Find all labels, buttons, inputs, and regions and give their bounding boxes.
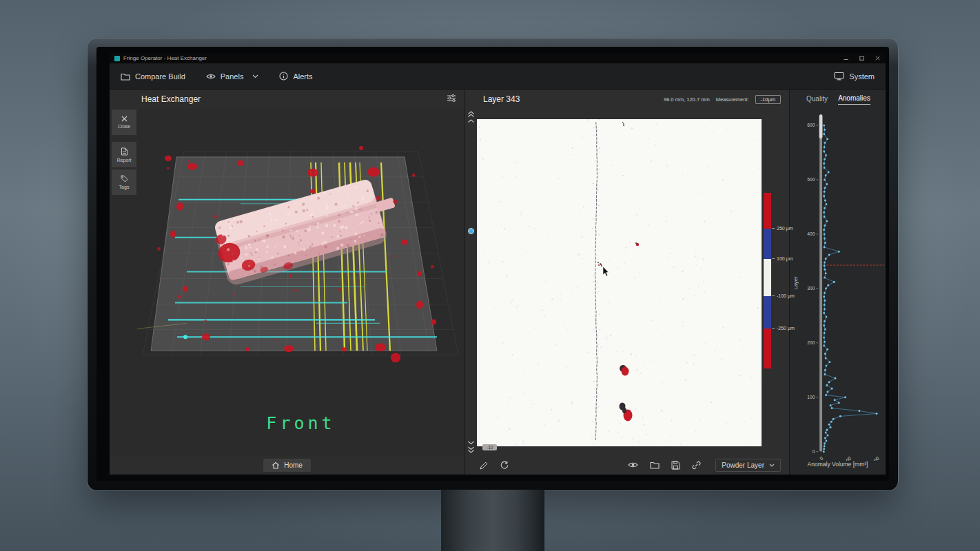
svg-text:500: 500 [807,177,815,182]
measurement-label: Measurement: [716,96,749,103]
minimize-button[interactable] [842,55,849,61]
layer-image-canvas [477,119,762,446]
deviation-scale: 250 μm 100 μm -100 μm -250 μm [764,193,789,368]
svg-text:Layer: Layer [793,276,799,290]
monitor-stand [441,490,544,551]
layer-image[interactable]: -10 [477,119,762,446]
analysis-panel: Quality Anomalies Layer01002003004005006… [790,90,886,475]
reset-view-button[interactable] [500,461,509,470]
build-viewport-area: Close Report Tags [110,109,465,455]
layer-type-dropdown[interactable]: Powder Layer [715,459,781,472]
deviation-colorbar [764,193,771,368]
visibility-button[interactable] [628,461,638,469]
link-button[interactable] [692,461,701,470]
report-label: Report [116,158,131,163]
scroll-bottom-button[interactable] [467,446,475,453]
app-icon [114,56,120,61]
tag-icon [121,175,128,183]
content-area: Heat Exchanger Close [110,90,886,475]
chevron-down-icon [769,464,775,467]
chevron-down-icon[interactable] [252,74,258,79]
report-button[interactable]: Report [112,142,136,167]
report-icon [121,147,128,156]
main-toolbar: Compare Build Panels Alerts System [110,63,886,90]
scale-label-250: 250 μm [777,226,793,231]
save-button[interactable] [671,461,680,470]
build-panel: Heat Exchanger Close [110,90,465,475]
alerts-label: Alerts [293,72,312,81]
build-3d-viewport[interactable]: Front [137,109,465,455]
anomaly-chart: Layer01002003004005006000100200 [790,107,886,461]
close-window-button[interactable] [874,55,881,61]
layer-scroll-column [465,109,477,455]
display-settings-icon[interactable] [447,94,456,105]
view-orientation-label: Front [137,413,465,433]
svg-text:0: 0 [819,455,824,461]
tab-quality[interactable]: Quality [806,93,828,105]
anomaly-chart-area[interactable]: Layer01002003004005006000100200 [790,107,886,461]
measure-pencil-button[interactable] [479,461,488,470]
window-titlebar: Fringe Operator - Heat Exchanger [110,53,886,63]
chart-x-axis-label: Anomaly Volume [mm³] [790,461,886,475]
build-footer: Home [110,455,465,475]
home-label: Home [284,461,303,469]
scale-label-neg100: -100 μm [777,293,795,298]
panels-button[interactable]: Panels [206,72,259,81]
analysis-tabs: Quality Anomalies [790,90,886,107]
svg-text:200: 200 [807,340,815,345]
scroll-up-button[interactable] [467,119,475,123]
close-build-label: Close [118,124,130,129]
home-icon [272,461,280,469]
svg-text:200: 200 [871,455,880,461]
window-title: Fringe Operator - Heat Exchanger [123,55,207,61]
system-button[interactable]: System [834,72,875,81]
app-window: Fringe Operator - Heat Exchanger [110,53,886,475]
layer-title: Layer 343 [483,94,520,104]
alerts-button[interactable]: Alerts [279,72,312,81]
monitor-screen: Fringe Operator - Heat Exchanger [96,47,889,481]
build-side-tools: Close Report Tags [112,110,136,195]
build-3d-scene [137,109,465,455]
build-panel-header: Heat Exchanger [110,90,465,109]
layer-panel: Layer 343 98.0 mm, 120.7 mm Measurement:… [465,90,790,475]
scale-label-100: 100 μm [777,256,793,261]
layer-scrubber-handle[interactable]: -10 [482,444,497,450]
tab-anomalies[interactable]: Anomalies [838,92,870,105]
svg-text:100: 100 [807,395,815,399]
tags-button[interactable]: Tags [112,169,136,195]
layer-body: -10 250 μm 100 μm -100 μm -250 μm [465,109,789,455]
measurement-value: -10μm [755,95,781,104]
svg-text:300: 300 [807,286,815,291]
eye-icon [206,72,216,81]
maximize-button[interactable] [858,55,865,61]
scroll-top-button[interactable] [467,111,475,118]
home-button[interactable]: Home [263,459,311,472]
build-title: Heat Exchanger [141,94,201,104]
system-label: System [849,72,875,81]
panels-label: Panels [221,72,244,81]
layer-slider-thumb[interactable] [468,228,474,234]
folder-icon [121,72,130,81]
svg-text:0: 0 [813,449,815,454]
tags-label: Tags [119,185,130,189]
cursor-coordinates: 98.0 mm, 120.7 mm [664,96,710,103]
close-icon [121,116,127,122]
scroll-down-button[interactable] [467,441,475,445]
info-icon [279,72,288,81]
compare-build-button[interactable]: Compare Build [121,72,185,81]
monitor-bezel: Fringe Operator - Heat Exchanger [88,39,898,490]
compare-build-label: Compare Build [135,72,185,81]
svg-text:600: 600 [807,123,815,127]
close-build-button[interactable]: Close [112,110,136,135]
svg-text:100: 100 [844,455,853,461]
layer-toolbar: Powder Layer [465,455,789,475]
layer-panel-header: Layer 343 98.0 mm, 120.7 mm Measurement:… [465,90,789,109]
svg-text:400: 400 [807,231,815,236]
monitor-icon [834,72,844,81]
export-folder-button[interactable] [650,461,660,469]
layer-type-value: Powder Layer [722,461,764,469]
scale-label-neg250: -250 μm [777,326,795,331]
